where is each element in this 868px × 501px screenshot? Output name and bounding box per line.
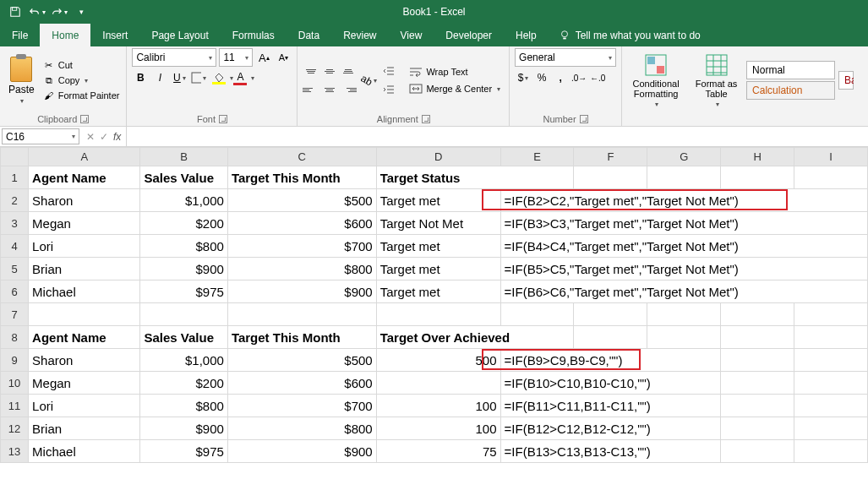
cell-G1[interactable] [647, 166, 721, 189]
align-right-button[interactable] [340, 81, 357, 98]
cell-A12[interactable]: Brian [29, 417, 140, 440]
cell-A11[interactable]: Lori [29, 395, 140, 417]
undo-icon[interactable]: ▾ [27, 3, 47, 21]
cell-G8[interactable] [647, 326, 721, 349]
cell-E6[interactable]: =IF(B6>C6,"Target met","Target Not Met") [500, 280, 867, 303]
cell-E2[interactable]: =IF(B2>C2,"Target met","Target Not Met") [500, 189, 867, 212]
col-header-H[interactable]: H [721, 148, 794, 166]
cell-I12[interactable] [794, 417, 868, 440]
row-header-12[interactable]: 12 [1, 417, 29, 440]
cell-D1[interactable]: Target Status [376, 166, 574, 189]
orientation-button[interactable]: ab▾ [360, 72, 377, 89]
cell-E9[interactable]: =IF(B9>C9,B9-C9,"") [500, 349, 721, 372]
cell-B1[interactable]: Sales Value [140, 166, 227, 189]
underline-button[interactable]: U▾ [171, 69, 188, 86]
cell-B3[interactable]: $200 [140, 212, 227, 235]
cell-F7[interactable] [574, 303, 647, 326]
row-header-13[interactable]: 13 [1, 440, 29, 463]
cell-H12[interactable] [721, 417, 794, 440]
cell-B8[interactable]: Sales Value [140, 326, 227, 349]
percent-button[interactable]: % [533, 69, 550, 86]
col-header-F[interactable]: F [574, 148, 647, 166]
enter-icon[interactable]: ✓ [100, 131, 108, 143]
cell-B11[interactable]: $800 [140, 395, 227, 417]
redo-icon[interactable]: ▾ [49, 3, 69, 21]
align-center-button[interactable] [321, 81, 338, 98]
paste-button[interactable]: Paste ▾ [5, 55, 38, 106]
align-middle-button[interactable] [321, 63, 338, 79]
cell-A6[interactable]: Michael [29, 280, 140, 303]
accounting-format-button[interactable]: $▾ [515, 69, 532, 86]
cell-E4[interactable]: =IF(B4>C4,"Target met","Target Not Met") [500, 235, 867, 258]
cell-C7[interactable] [227, 303, 376, 326]
row-header-2[interactable]: 2 [1, 189, 29, 212]
cell-A9[interactable]: Sharon [29, 349, 140, 372]
cell-I8[interactable] [794, 326, 868, 349]
col-header-I[interactable]: I [794, 148, 868, 166]
cell-I13[interactable] [794, 440, 868, 463]
border-button[interactable]: ▾ [190, 69, 207, 86]
cell-A1[interactable]: Agent Name [29, 166, 140, 189]
cell-E3[interactable]: =IF(B3>C3,"Target met","Target Not Met") [500, 212, 867, 235]
cell-D3[interactable]: Target Not Met [376, 212, 500, 235]
cell-C3[interactable]: $600 [227, 212, 376, 235]
row-header-9[interactable]: 9 [1, 349, 29, 372]
increase-decimal-button[interactable]: .0→ [570, 69, 587, 86]
cell-A2[interactable]: Sharon [29, 189, 140, 212]
italic-button[interactable]: I [151, 69, 168, 86]
cell-D8[interactable]: Target Over Achieved [376, 326, 574, 349]
align-bottom-button[interactable] [340, 63, 357, 79]
cell-C9[interactable]: $500 [227, 349, 376, 372]
row-header-4[interactable]: 4 [1, 235, 29, 258]
cell-D7[interactable] [376, 303, 500, 326]
tab-data[interactable]: Data [287, 24, 331, 46]
col-header-A[interactable]: A [29, 148, 140, 166]
cell-I10[interactable] [794, 372, 868, 395]
style-calculation[interactable]: Calculation [746, 81, 835, 100]
cell-D11[interactable]: 100 [376, 395, 500, 417]
format-painter-button[interactable]: 🖌Format Painter [41, 89, 122, 102]
cell-D2[interactable]: Target met [376, 189, 500, 212]
name-box[interactable]: C16▾ [2, 128, 79, 144]
tab-help[interactable]: Help [504, 24, 549, 46]
cell-F1[interactable] [574, 166, 647, 189]
clipboard-launcher-icon[interactable] [80, 115, 89, 123]
tab-developer[interactable]: Developer [434, 24, 504, 46]
cell-A4[interactable]: Lori [29, 235, 140, 258]
cell-H1[interactable] [721, 166, 794, 189]
fill-color-button[interactable]: ▾ [210, 69, 228, 86]
spreadsheet-grid[interactable]: ABCDEFGHI1Agent NameSales ValueTarget Th… [0, 147, 868, 463]
cell-I7[interactable] [794, 303, 868, 326]
cell-A7[interactable] [29, 303, 140, 326]
row-header-10[interactable]: 10 [1, 372, 29, 395]
select-all-corner[interactable] [1, 148, 29, 166]
cell-C8[interactable]: Target This Month [227, 326, 376, 349]
merge-center-button[interactable]: Merge & Center▾ [406, 81, 504, 96]
cell-E5[interactable]: =IF(B5>C5,"Target met","Target Not Met") [500, 258, 867, 280]
cell-D9[interactable]: 500 [376, 349, 500, 372]
style-bad[interactable]: Ba [838, 71, 854, 90]
cell-H11[interactable] [721, 395, 794, 417]
cell-C12[interactable]: $800 [227, 417, 376, 440]
cell-E10[interactable]: =IF(B10>C10,B10-C10,"") [500, 372, 721, 395]
tab-review[interactable]: Review [331, 24, 388, 46]
cell-C11[interactable]: $700 [227, 395, 376, 417]
number-launcher-icon[interactable] [580, 115, 588, 123]
col-header-E[interactable]: E [500, 148, 574, 166]
cell-B10[interactable]: $200 [140, 372, 227, 395]
cell-H10[interactable] [721, 372, 794, 395]
row-header-11[interactable]: 11 [1, 395, 29, 417]
alignment-launcher-icon[interactable] [422, 115, 430, 123]
cell-A8[interactable]: Agent Name [29, 326, 140, 349]
cell-C10[interactable]: $600 [227, 372, 376, 395]
cut-button[interactable]: ✂Cut [41, 58, 122, 72]
cell-E13[interactable]: =IF(B13>C13,B13-C13,"") [500, 440, 721, 463]
grow-font-button[interactable]: A▴ [255, 49, 272, 66]
font-name-combo[interactable]: Calibri▾ [132, 48, 216, 67]
cell-B13[interactable]: $975 [140, 440, 227, 463]
row-header-1[interactable]: 1 [1, 166, 29, 189]
cell-H8[interactable] [721, 326, 794, 349]
tab-file[interactable]: File [0, 24, 40, 46]
cell-B7[interactable] [140, 303, 227, 326]
cell-C5[interactable]: $800 [227, 258, 376, 280]
